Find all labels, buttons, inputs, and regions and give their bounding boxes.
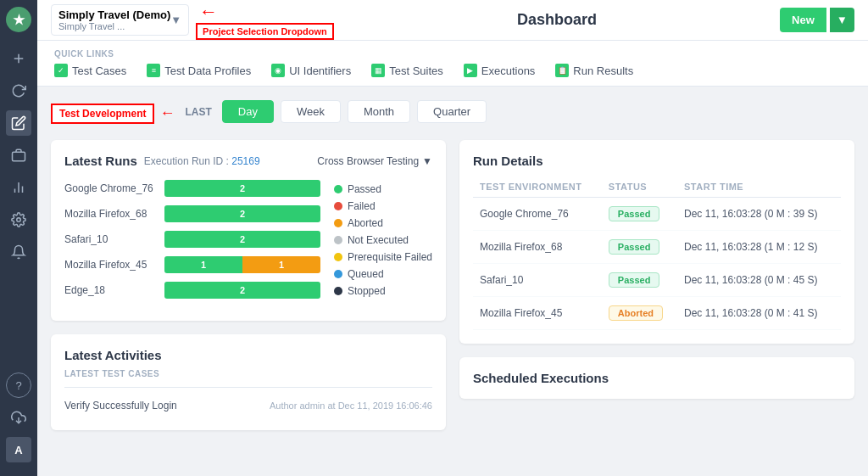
legend-item-failed: Failed [334, 200, 432, 212]
status-badge: Aborted [609, 305, 663, 321]
legend-item-passed: Passed [334, 183, 432, 195]
dashboard-columns: Latest Runs Execution Run ID : 25169 Cro… [51, 140, 854, 430]
period-quarter-button[interactable]: Quarter [417, 100, 487, 123]
project-sub: Simply Travel ... [58, 21, 170, 31]
annotation-arrow-dropdown: ← [199, 1, 334, 23]
table-row: Edge_18 2 [64, 282, 320, 299]
passed-bar: 2 [164, 205, 320, 222]
activity-name: Verify Successfully Login [64, 400, 177, 412]
run-details-card: Run Details TEST ENVIRONMENT STATUS STAR… [459, 140, 854, 344]
table-row: Mozilla Firefox_68 2 [64, 205, 320, 222]
sidebar: ★ ? A [0, 0, 37, 476]
quick-link-executions[interactable]: ▶ Executions [464, 64, 536, 77]
run-details-title: Run Details [473, 154, 841, 168]
test-cases-label: Test Cases [72, 64, 126, 77]
executions-icon: ▶ [464, 64, 477, 77]
execution-label: Execution Run ID : [144, 155, 229, 167]
run-results-icon: 📋 [555, 64, 569, 77]
refresh-icon[interactable] [6, 78, 31, 104]
ui-identifiers-label: UI Identifiers [289, 64, 351, 77]
run-time: Dec 11, 16:03:28 (0 M : 41 S) [677, 297, 841, 330]
quick-link-run-results[interactable]: 📋 Run Results [555, 64, 633, 77]
header-left: Simply Travel (Demo) Simply Travel ... ▼… [51, 1, 334, 40]
period-filter-row: Test Development ← LAST Day Week Month Q… [51, 100, 854, 126]
run-env-label: Google Chrome_76 [64, 182, 158, 194]
cross-browser-dropdown[interactable]: Cross Browser Testing ▼ [317, 155, 432, 167]
cross-browser-arrow-icon: ▼ [422, 155, 432, 167]
run-status: Passed [602, 264, 677, 297]
status-badge: Passed [609, 272, 660, 288]
briefcase-icon[interactable] [6, 143, 31, 168]
new-button-dropdown[interactable]: ▼ [830, 8, 854, 32]
table-row: Mozilla Firefox_68 Passed Dec 11, 16:03:… [473, 231, 841, 264]
run-env-label: Mozilla Firefox_68 [64, 208, 158, 220]
svg-rect-2 [13, 152, 25, 161]
quick-links-label: QUICK LINKS [54, 49, 851, 59]
run-env-label: Mozilla Firefox_45 [64, 259, 158, 271]
status-badge: Passed [609, 239, 660, 255]
user-icon[interactable]: A [6, 437, 31, 462]
passed-bar: 2 [164, 282, 320, 299]
aborted-bar: 1 [242, 256, 320, 273]
run-env: Google Chrome_76 [473, 198, 602, 231]
period-week-button[interactable]: Week [281, 100, 341, 123]
run-bar: 1 1 [164, 256, 320, 273]
legend-item-prereq-failed: Prerequisite Failed [334, 251, 432, 263]
stopped-label: Stopped [348, 285, 386, 297]
dropdown-arrow-icon: ▼ [170, 14, 181, 26]
passed-bar: 2 [164, 180, 320, 197]
quick-links-items: ✓ Test Cases ≡ Test Data Profiles ◉ UI I… [54, 64, 851, 77]
table-row: Mozilla Firefox_45 Aborted Dec 11, 16:03… [473, 297, 841, 330]
runs-bars: Google Chrome_76 2 Mozilla Firefox_68 2 [64, 180, 320, 307]
sidebar-bottom: ? A [6, 372, 31, 476]
failed-label: Failed [348, 200, 376, 212]
not-executed-label: Not Executed [348, 234, 409, 246]
period-day-button[interactable]: Day [222, 100, 274, 123]
runs-legend: Passed Failed Aborted [334, 180, 432, 307]
quick-link-test-suites[interactable]: ▦ Test Suites [371, 64, 443, 77]
legend-item-aborted: Aborted [334, 217, 432, 229]
header: Simply Travel (Demo) Simply Travel ... ▼… [37, 0, 868, 41]
help-icon[interactable]: ? [6, 372, 31, 398]
quick-link-ui-identifiers[interactable]: ◉ UI Identifiers [271, 64, 351, 77]
col-status: STATUS [602, 176, 677, 198]
bell-icon[interactable] [6, 239, 31, 265]
settings-icon[interactable] [6, 207, 31, 232]
table-row: Google Chrome_76 2 [64, 180, 320, 197]
run-bar: 2 [164, 205, 320, 222]
svg-point-6 [17, 218, 21, 222]
new-button[interactable]: New [780, 8, 826, 32]
aborted-label: Aborted [348, 217, 383, 229]
content-area: Test Development ← LAST Day Week Month Q… [37, 87, 868, 476]
header-title: Dashboard [334, 11, 780, 29]
chart-icon[interactable] [6, 175, 31, 200]
legend-item-queued: Queued [334, 268, 432, 280]
quick-link-test-cases[interactable]: ✓ Test Cases [54, 64, 126, 77]
plus-icon[interactable] [6, 46, 31, 71]
project-dropdown[interactable]: Simply Travel (Demo) Simply Travel ... ▼ [51, 4, 189, 36]
run-bar: 2 [164, 282, 320, 299]
run-status: Passed [602, 198, 677, 231]
latest-activities-card: Latest Activities LATEST TEST CASES Veri… [51, 334, 446, 430]
right-column: Run Details TEST ENVIRONMENT STATUS STAR… [459, 140, 854, 430]
execution-id-link[interactable]: 25169 [231, 155, 259, 167]
run-env: Mozilla Firefox_68 [473, 231, 602, 264]
run-results-label: Run Results [573, 64, 633, 77]
main-content: Simply Travel (Demo) Simply Travel ... ▼… [37, 0, 868, 476]
test-suites-label: Test Suites [389, 64, 443, 77]
logo[interactable]: ★ [6, 7, 31, 32]
edit-icon[interactable] [6, 110, 31, 136]
col-start-time: START TIME [677, 176, 841, 198]
run-time: Dec 11, 16:03:28 (0 M : 45 S) [677, 264, 841, 297]
queued-dot [334, 270, 342, 278]
quick-link-test-data[interactable]: ≡ Test Data Profiles [147, 64, 251, 77]
run-env: Safari_10 [473, 264, 602, 297]
queued-label: Queued [348, 268, 384, 280]
download-icon[interactable] [6, 405, 31, 430]
stopped-dot [334, 287, 342, 295]
period-month-button[interactable]: Month [348, 100, 410, 123]
ui-identifiers-icon: ◉ [271, 64, 285, 77]
annotation-arrow-edit: ← [159, 104, 175, 122]
test-development-annotation: Test Development [51, 104, 154, 124]
project-info: Simply Travel (Demo) Simply Travel ... [58, 8, 170, 31]
